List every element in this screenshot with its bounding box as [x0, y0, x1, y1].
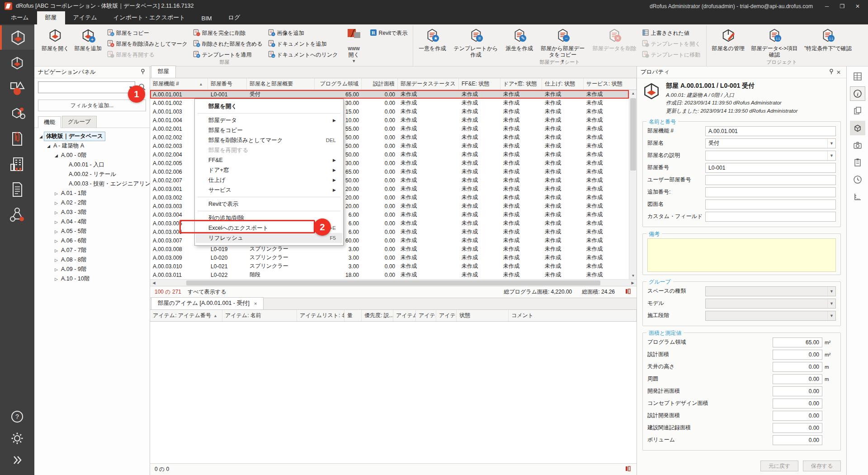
tree-collapsed-icon[interactable]: ▷	[53, 229, 59, 234]
menu-item[interactable]: 仕上げ▶	[196, 175, 342, 185]
chevron-down-icon[interactable]: ▼	[827, 151, 835, 160]
tree-node[interactable]: ▷A.01 - 1階	[36, 189, 148, 198]
tree-collapsed-icon[interactable]: ▷	[53, 239, 59, 243]
scroll-right-icon[interactable]: ▶	[629, 281, 637, 285]
info-icon[interactable]: i	[850, 86, 865, 101]
maximize-button[interactable]: ❐	[835, 0, 850, 12]
column-header[interactable]: サービス: 状態	[584, 78, 637, 90]
menu-item[interactable]: サービス▶	[196, 185, 342, 195]
rooms-icon[interactable]	[0, 51, 34, 75]
ribbon-button[interactable]: ✎派生を作成	[504, 26, 535, 53]
grid-view-icon[interactable]	[850, 69, 865, 84]
minimize-button[interactable]: ─	[819, 0, 835, 12]
menu-tab-インポート・エクスポート[interactable]: インポート・エクスポート	[105, 11, 193, 24]
chevron-down-icon[interactable]: ▼	[827, 139, 835, 148]
ribbon-button[interactable]: ✕削除された部屋を含める	[191, 38, 264, 49]
tree-node[interactable]: ▷A.07 - 7階	[36, 246, 148, 255]
tree-collapsed-icon[interactable]: ▷	[53, 248, 59, 253]
model-network-icon[interactable]	[0, 101, 34, 126]
column-header[interactable]: コメント	[509, 310, 637, 321]
field-input[interactable]: 65.00	[773, 337, 822, 347]
tab-room-items[interactable]: 部屋のアイテム [A.00.01.001 - 受付] ×	[151, 297, 264, 309]
navigation-search-combo[interactable]: ▼	[38, 81, 135, 93]
column-header[interactable]: アイテムリスト: 名前	[297, 310, 344, 321]
field-input[interactable]	[705, 175, 836, 185]
field-input[interactable]: 0.00	[773, 423, 822, 433]
close-icon[interactable]: ✕	[835, 69, 843, 76]
tree-collapsed-icon[interactable]: ▷	[53, 220, 59, 224]
horizontal-scrollbar[interactable]: ◀ ▶	[150, 279, 637, 286]
column-header[interactable]: アイテム: アイテム番号▲	[150, 310, 222, 321]
ribbon-button[interactable]: 部屋名の管理	[710, 26, 747, 53]
column-header[interactable]: 優先度: 説...	[362, 310, 393, 321]
tree-node[interactable]: ▷A.09 - 9階	[36, 265, 148, 274]
column-header[interactable]: 状態	[457, 310, 509, 321]
scroll-down-icon[interactable]: ▼	[629, 272, 637, 279]
close-button[interactable]: ✕	[850, 0, 865, 12]
tree-node[interactable]: A.00.01 - 入口	[36, 160, 148, 170]
tree-node[interactable]: A.00.02 - リテール	[36, 170, 148, 179]
scroll-left-icon[interactable]: ◀	[150, 281, 158, 285]
menu-tab-ログ[interactable]: ログ	[220, 11, 249, 24]
tree-expanded-icon[interactable]: ◢	[38, 134, 44, 139]
column-header[interactable]: アイテム: 名前	[222, 310, 297, 321]
building-icon[interactable]	[0, 152, 34, 176]
document-icon[interactable]	[0, 177, 34, 202]
tree-collapsed-icon[interactable]: ▷	[53, 267, 59, 272]
pin-icon[interactable]	[140, 68, 146, 76]
menu-tab-ホーム[interactable]: ホーム	[3, 11, 37, 24]
field-input[interactable]: 0.00	[773, 399, 822, 408]
tree-collapsed-icon[interactable]: ▷	[53, 258, 59, 262]
menu-tab-BIM[interactable]: BIM	[193, 13, 220, 24]
tree-node[interactable]: ▷A.10 - 10階	[36, 274, 148, 284]
menu-tab-部屋[interactable]: 部屋	[37, 11, 65, 24]
field-input[interactable]: 0.00	[773, 411, 822, 421]
menu-item[interactable]: 部屋を削除済みとしてマークDEL	[196, 135, 342, 145]
ribbon-button[interactable]: +ドキュメントを追加	[266, 38, 340, 49]
ribbon-button[interactable]: ≡テンプレートから作成	[449, 26, 503, 60]
ribbon-button[interactable]: +画像を追加	[266, 28, 340, 38]
tree-node[interactable]: ▷A.06 - 6階	[36, 236, 148, 246]
report-bars-icon[interactable]	[625, 288, 632, 296]
cube-icon[interactable]	[850, 121, 865, 135]
menu-item[interactable]: ドア+窓▶	[196, 165, 342, 175]
tree-node[interactable]: ▷A.08 - 8階	[36, 255, 148, 265]
ribbon-button[interactable]: ⎘部屋をコピー	[105, 28, 189, 38]
nav-tab-グループ[interactable]: グループ	[62, 116, 97, 128]
add-filter-button[interactable]: フィルタを追加...	[38, 100, 146, 111]
show-all-link[interactable]: すべて表示する	[188, 288, 226, 296]
column-header[interactable]: 設計面積	[362, 78, 398, 90]
org-chart-icon[interactable]	[0, 203, 34, 227]
column-header[interactable]: FF&E: 状態	[459, 78, 500, 90]
tree-node[interactable]: A.00.03 - 技術・エンジニアリング	[36, 179, 148, 189]
column-header[interactable]: 仕上げ: 状態	[542, 78, 584, 90]
camera-icon[interactable]	[850, 138, 865, 152]
column-header[interactable]: 部屋名と部屋概要	[247, 78, 315, 90]
ribbon-button[interactable]: 部屋を開く	[39, 26, 71, 53]
copy-pages-icon[interactable]	[850, 104, 865, 118]
tree-node[interactable]: ▷A.02 - 2階	[36, 198, 148, 208]
table-row[interactable]: A.00.03.010L0-021スプリンクラー3.000.00未作成未作成未作…	[150, 262, 629, 271]
tree-expanded-icon[interactable]: ◢	[46, 144, 52, 148]
field-input[interactable]: 0.00	[773, 374, 822, 384]
field-input[interactable]: A.00.01.001	[705, 126, 836, 136]
field-combo[interactable]: 受付▼	[705, 138, 836, 148]
settings-icon[interactable]	[0, 428, 34, 449]
report-bars-icon[interactable]	[625, 466, 632, 473]
pin-icon[interactable]	[828, 68, 835, 76]
column-header[interactable]: ドア+窓: 状態	[500, 78, 542, 90]
save-button[interactable]: 保存する	[803, 461, 841, 471]
field-input[interactable]: 0.00	[773, 350, 822, 360]
scrollbar-thumb[interactable]	[186, 280, 601, 285]
menu-item[interactable]: FF&E▶	[196, 155, 342, 165]
tree-collapsed-icon[interactable]: ▷	[53, 210, 59, 215]
column-header[interactable]: 部屋機能 #▲	[150, 78, 208, 90]
undo-button[interactable]: 元に戻す	[760, 461, 798, 471]
column-header[interactable]: アイテム...	[393, 310, 416, 321]
menu-tab-アイテム[interactable]: アイテム	[65, 11, 105, 24]
table-row[interactable]: A.00.01.001L0-001受付65.000.00未作成未作成未作成未作成…	[150, 90, 629, 99]
tree-node[interactable]: ◢A - 建築物 A	[36, 141, 148, 151]
menu-item[interactable]: Revitで表示	[196, 199, 342, 209]
column-header[interactable]: 部屋データステータス	[398, 78, 459, 90]
tree-collapsed-icon[interactable]: ▷	[53, 201, 59, 205]
